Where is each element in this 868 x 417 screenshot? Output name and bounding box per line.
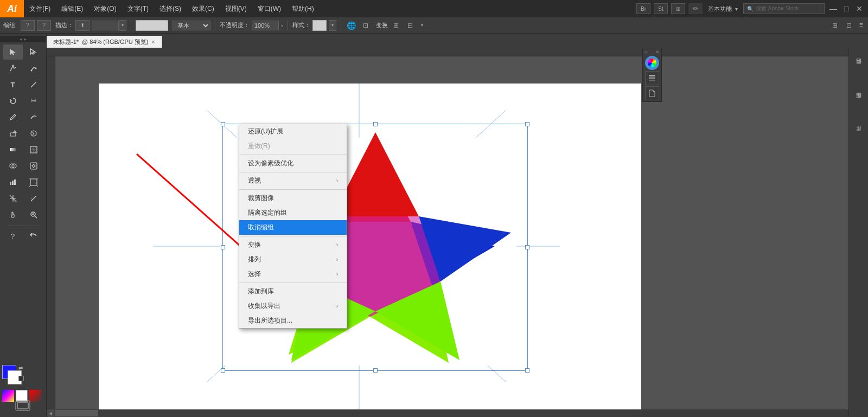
globe-icon[interactable]: 🌐 xyxy=(346,20,358,31)
scroll-track-h[interactable] xyxy=(54,409,860,417)
gradient-tool[interactable] xyxy=(3,142,23,157)
scroll-left-button[interactable]: ◀ xyxy=(47,409,54,417)
reflect-tool[interactable] xyxy=(24,93,43,108)
tool-option-1[interactable]: ? xyxy=(21,20,35,31)
rotate-tool[interactable] xyxy=(3,93,23,108)
column-graph-tool[interactable] xyxy=(3,175,23,190)
handle-br[interactable] xyxy=(525,368,529,373)
art-board[interactable] xyxy=(99,84,641,409)
ctx-item-pixel-optimize[interactable]: 设为像素级优化 xyxy=(239,156,347,171)
drawing-mode-button[interactable] xyxy=(15,400,30,413)
slice-tool[interactable] xyxy=(3,191,23,206)
align-icon[interactable]: ⊟ xyxy=(404,20,416,31)
menu-file[interactable]: 文件(F) xyxy=(24,0,56,17)
more-dropdown[interactable]: ☰ xyxy=(857,20,865,31)
style-preview[interactable] xyxy=(312,20,327,31)
ctx-item-select[interactable]: 选择 › xyxy=(239,267,347,281)
handle-bl[interactable] xyxy=(221,368,225,373)
mesh-tool[interactable] xyxy=(24,142,43,157)
handle-bm[interactable] xyxy=(373,368,378,373)
stroke-arrows[interactable]: ⬆ xyxy=(75,20,90,31)
close-button[interactable]: ✕ xyxy=(855,4,864,13)
scroll-thumb-h[interactable] xyxy=(55,410,98,416)
freeform-pen-tool[interactable] xyxy=(24,61,43,76)
tab-close-button[interactable]: × xyxy=(151,39,155,45)
help-tool[interactable]: ? xyxy=(3,228,23,243)
document-icon-button[interactable] xyxy=(645,86,659,100)
color-wheel-button[interactable] xyxy=(645,56,659,70)
eraser-tool[interactable] xyxy=(3,126,23,141)
stock-button[interactable]: St xyxy=(654,3,668,14)
ctx-item-export-selection[interactable]: 导出所选项目... xyxy=(239,313,347,328)
tool-option-2[interactable]: ? xyxy=(37,20,51,31)
ctx-item-arrange[interactable]: 排列 › xyxy=(239,252,347,267)
transform-icon[interactable]: ⊞ xyxy=(390,20,402,31)
document-tab[interactable]: 未标题-1* @ 84% (RGB/GPU 预览) × xyxy=(47,36,162,48)
ctx-item-isolate[interactable]: 隔离选定的组 xyxy=(239,206,347,220)
transform-label[interactable]: 变换 xyxy=(376,21,388,29)
workspace-dropdown-icon[interactable]: ▾ xyxy=(735,6,738,12)
menu-view[interactable]: 视图(V) xyxy=(220,0,252,17)
hand-tool[interactable] xyxy=(3,207,23,222)
opacity-increment[interactable]: › xyxy=(281,22,283,29)
shape-builder-tool[interactable] xyxy=(3,158,23,174)
stroke-color-preview[interactable] xyxy=(136,20,168,31)
properties-panel-tab[interactable]: 属性 xyxy=(851,52,866,85)
library-panel-tab[interactable]: 库 xyxy=(851,119,866,152)
panel-icon[interactable]: ⊡ xyxy=(843,20,855,31)
swap-colors-icon[interactable]: ⇄ xyxy=(18,365,23,371)
menu-window[interactable]: 窗口(W) xyxy=(252,0,286,17)
layers-panel-tab[interactable]: 图层 xyxy=(851,86,866,118)
pencil-tool[interactable] xyxy=(3,110,23,125)
float-panel-close[interactable]: ✕ xyxy=(655,49,660,55)
grid-button[interactable]: ⊞ xyxy=(671,3,685,14)
ctx-item-crop[interactable]: 裁剪图像 xyxy=(239,191,347,206)
canvas-area[interactable]: ▲ ▼ › ◀ ▶ xyxy=(47,48,868,417)
symbol-tool[interactable] xyxy=(24,158,43,174)
pen-button[interactable]: ✏ xyxy=(688,3,703,14)
direct-select-tool[interactable] xyxy=(24,44,43,60)
minimize-button[interactable]: — xyxy=(829,4,838,13)
grid-view-icon[interactable]: ⊞ xyxy=(829,20,841,31)
bridge-button[interactable]: Br xyxy=(636,3,650,14)
handle-tm[interactable] xyxy=(373,122,378,126)
warp-tool[interactable] xyxy=(24,126,43,141)
select-tool[interactable] xyxy=(3,44,23,60)
stroke-value-input[interactable] xyxy=(92,21,119,30)
undo-tool[interactable] xyxy=(24,228,43,243)
color-mode-button[interactable] xyxy=(2,390,14,402)
artboard-tool[interactable] xyxy=(24,175,43,190)
align-dropdown[interactable]: ▾ xyxy=(418,20,426,31)
ctx-item-undo[interactable]: 还原(U)扩展 xyxy=(239,124,347,139)
handle-tl[interactable] xyxy=(221,122,225,126)
menu-edit[interactable]: 编辑(E) xyxy=(56,0,88,17)
opacity-input[interactable] xyxy=(252,21,279,30)
select-box-icon[interactable]: ⊡ xyxy=(360,20,372,31)
ctx-item-transform[interactable]: 变换 › xyxy=(239,238,347,252)
smooth-tool[interactable] xyxy=(24,110,43,125)
line-tool[interactable] xyxy=(24,77,43,92)
menu-text[interactable]: 文字(T) xyxy=(122,0,154,17)
menu-effect[interactable]: 效果(C) xyxy=(187,0,220,17)
type-tool[interactable]: T xyxy=(3,77,23,92)
ctx-item-ungroup[interactable]: 取消编组 xyxy=(239,220,347,235)
ctx-item-perspective[interactable]: 透视 › xyxy=(239,174,347,188)
style-dropdown[interactable]: ▾ xyxy=(329,20,336,31)
ctx-item-collect-export[interactable]: 收集以导出 › xyxy=(239,299,347,313)
layers-icon-button[interactable] xyxy=(645,71,659,85)
menu-select[interactable]: 选择(S) xyxy=(154,0,187,17)
ctx-item-add-to-library[interactable]: 添加到库 xyxy=(239,284,347,299)
measure-tool[interactable] xyxy=(24,191,43,206)
pen-tool[interactable] xyxy=(3,61,23,76)
scrollbar-horizontal[interactable]: ◀ ▶ xyxy=(47,409,860,417)
line-style-select[interactable]: 基本 xyxy=(173,21,210,30)
menu-object[interactable]: 对象(O) xyxy=(88,0,122,17)
search-box[interactable]: 🔍 搜索 Adobe Stock xyxy=(743,3,825,14)
stroke-dropdown[interactable]: ▾ xyxy=(119,20,126,31)
maximize-button[interactable]: □ xyxy=(842,4,851,13)
gradient-swatch[interactable] xyxy=(29,390,41,402)
menu-help[interactable]: 帮助(H) xyxy=(286,0,320,17)
handle-tr[interactable] xyxy=(525,122,529,126)
default-colors-icon[interactable] xyxy=(18,376,24,381)
zoom-tool[interactable] xyxy=(24,207,43,222)
